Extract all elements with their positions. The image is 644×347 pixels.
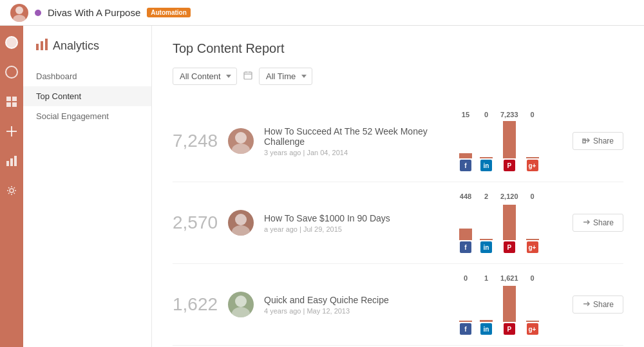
- status-dot: [35, 10, 41, 16]
- nav-home-icon[interactable]: [3, 33, 21, 52]
- sidebar: Analytics Dashboard Top Content Social E…: [23, 26, 152, 347]
- nav-grid-icon[interactable]: [3, 93, 21, 111]
- linkedin-icon: in: [480, 160, 492, 171]
- topbar: Divas With A Purpose Automation: [0, 0, 644, 26]
- stat-num: 448: [460, 192, 471, 200]
- sidebar-title: Analytics: [53, 39, 99, 53]
- stat-col-2: 1 in: [480, 274, 493, 335]
- svg-rect-5: [12, 102, 17, 107]
- stats-area: 448 f 2 in 2,120: [459, 192, 562, 253]
- row-avatar: [228, 128, 254, 154]
- left-nav: [0, 26, 23, 347]
- stat-col-3: 1,621 P: [500, 274, 518, 335]
- share-button[interactable]: Share: [573, 214, 623, 232]
- facebook-icon: f: [460, 241, 471, 253]
- row-count: 7,248: [173, 131, 218, 151]
- row-avatar: [228, 292, 254, 317]
- sidebar-item-social-engagement[interactable]: Social Engagement: [23, 106, 151, 126]
- pinterest-icon: P: [504, 160, 515, 171]
- stat-col-3: 7,233 P: [500, 111, 518, 171]
- avatar: [10, 4, 28, 22]
- stat-col-4: 0 g+: [526, 274, 539, 335]
- brand-name: Divas With A Purpose: [48, 7, 140, 18]
- stat-col-2: 2 in: [480, 192, 493, 253]
- stats-area: 0 f 1 in 1,621: [459, 274, 562, 335]
- content-row: 7,248 How To Succeed At The 52 Week Mone…: [173, 100, 623, 182]
- nav-circle-icon[interactable]: [3, 63, 21, 81]
- share-button[interactable]: Share: [573, 295, 623, 314]
- stat-top-num: 1,621: [500, 274, 518, 282]
- row-count: 1,622: [173, 294, 218, 315]
- svg-rect-8: [6, 161, 9, 166]
- stat-bar-tall: [503, 205, 516, 240]
- stat-num: 1: [484, 274, 488, 282]
- stat-col-1: 0 f: [459, 274, 472, 335]
- svg-rect-3: [12, 97, 17, 101]
- svg-point-25: [235, 295, 247, 307]
- svg-point-19: [235, 132, 247, 144]
- main-content: Top Content Report All Content All Time …: [152, 26, 644, 347]
- svg-rect-4: [6, 102, 11, 107]
- stat-bar: [480, 239, 493, 240]
- filters: All Content All Time: [173, 68, 623, 85]
- stat-num: 0: [464, 274, 468, 282]
- share-button[interactable]: Share: [573, 132, 623, 150]
- stat-col-4: 0 g+: [526, 111, 539, 171]
- calendar-icon: [243, 71, 252, 82]
- stat-top-num: 2,120: [500, 192, 518, 200]
- stat-bar: [459, 153, 472, 158]
- svg-point-22: [235, 214, 247, 225]
- stat-bar: [459, 229, 472, 240]
- content-filter[interactable]: All Content: [173, 68, 237, 85]
- stat-bar: [526, 321, 539, 322]
- stat-col-3: 2,120 P: [500, 192, 518, 253]
- stat-bar: [480, 157, 493, 158]
- pinterest-icon: P: [504, 323, 515, 335]
- stat-col-1: 15 f: [459, 111, 472, 171]
- svg-rect-14: [45, 39, 48, 50]
- stat-num: 0: [530, 111, 534, 118]
- stat-num: 15: [462, 111, 469, 118]
- row-meta: 3 years ago | Jan 04, 2014: [264, 149, 449, 156]
- svg-point-11: [10, 189, 14, 192]
- stat-num: 0: [530, 274, 534, 282]
- linkedin-icon: in: [480, 323, 492, 335]
- stat-bar: [459, 321, 472, 322]
- linkedin-icon: in: [480, 241, 492, 253]
- stat-num: 0: [530, 192, 534, 200]
- content-row: 2,570 How To Save $1000 In 90 Days a yea…: [173, 182, 623, 264]
- row-title: Quick and Easy Quiche Recipe: [264, 295, 449, 305]
- row-info: How To Succeed At The 52 Week Money Chal…: [264, 126, 449, 156]
- nav-cross-icon[interactable]: [3, 122, 21, 140]
- stat-col-4: 0 g+: [526, 192, 539, 253]
- row-meta: 4 years ago | May 12, 2013: [264, 307, 449, 315]
- row-avatar: [228, 210, 254, 236]
- row-meta: a year ago | Jul 29, 2015: [264, 225, 449, 233]
- svg-rect-10: [14, 156, 17, 166]
- stat-num: 2: [484, 192, 488, 200]
- stat-col-1: 448 f: [459, 192, 472, 253]
- automation-badge: Automation: [147, 8, 191, 17]
- facebook-icon: f: [460, 160, 471, 171]
- svg-rect-15: [244, 72, 252, 79]
- googleplus-icon: g+: [527, 241, 538, 253]
- svg-rect-2: [6, 97, 11, 101]
- stat-col-2: 0 in: [480, 111, 493, 171]
- sidebar-item-top-content[interactable]: Top Content: [23, 86, 151, 106]
- row-title: How To Save $1000 In 90 Days: [264, 213, 449, 223]
- analytics-icon: [36, 39, 48, 53]
- svg-point-20: [232, 144, 250, 154]
- pinterest-icon: P: [504, 241, 515, 253]
- sidebar-header: Analytics: [23, 39, 151, 66]
- stats-area: 15 f 0 in 7,233: [459, 111, 562, 171]
- time-filter[interactable]: All Time: [259, 68, 312, 85]
- stat-bar: [526, 157, 539, 158]
- svg-rect-12: [36, 44, 39, 50]
- row-info: Quick and Easy Quiche Recipe 4 years ago…: [264, 295, 449, 315]
- nav-gear-icon[interactable]: [3, 182, 21, 200]
- svg-point-23: [232, 225, 250, 236]
- facebook-icon: f: [460, 323, 471, 335]
- sidebar-item-dashboard[interactable]: Dashboard: [23, 66, 151, 86]
- svg-point-1: [13, 15, 26, 22]
- nav-chart-icon[interactable]: [3, 152, 21, 170]
